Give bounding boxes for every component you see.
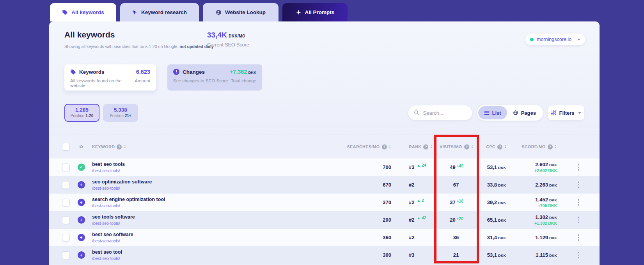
tab-label: Website Lookup	[225, 9, 266, 15]
prompts-icon	[296, 9, 302, 15]
tab-all-keywords[interactable]: All keywords	[50, 3, 116, 21]
keyword-url[interactable]: /best-seo-tools/	[92, 238, 300, 243]
search-icon	[414, 110, 419, 116]
filters-button[interactable]: Filters	[548, 105, 584, 120]
cpc-value: 53,1DKK	[479, 164, 514, 170]
help-icon[interactable]: ?	[423, 144, 428, 149]
status-icon[interactable]: +	[78, 251, 85, 259]
card-title: Keywords	[79, 69, 105, 75]
column-score[interactable]: SCORE/MO	[522, 144, 545, 149]
card-value: +7.362DKK	[230, 69, 256, 75]
seo-score-value: 33,4K	[207, 31, 227, 39]
currency-unit: DKK	[498, 166, 506, 170]
rank-value: #2	[391, 235, 434, 240]
globe-icon	[216, 9, 222, 15]
column-searches[interactable]: SEARCHES/MO	[347, 144, 380, 149]
sort-icon[interactable]: ▲▼	[504, 145, 507, 149]
keyword-text[interactable]: best seo tools	[92, 162, 300, 167]
column-visits[interactable]: VISITS/MO	[440, 144, 462, 149]
position-filter-group: 1.285 Position 1-20 5.338 Position 21+	[64, 104, 138, 122]
keyword-url[interactable]: /best-seo-tools/	[92, 203, 300, 208]
searches-value: 200	[300, 217, 391, 223]
help-icon[interactable]: ?	[548, 144, 553, 149]
keyword-url[interactable]: /best-seo-tools/	[92, 186, 300, 190]
keyword-text[interactable]: best seo tool	[92, 249, 300, 255]
status-icon[interactable]: ✓	[78, 164, 85, 171]
sort-icon[interactable]: ▲▼	[555, 145, 557, 149]
position-1-20-button[interactable]: 1.285 Position 1-20	[64, 104, 99, 122]
cpc-value: 39,2DKK	[479, 199, 514, 205]
view-pages-button[interactable]: Pages	[507, 106, 542, 119]
sort-icon[interactable]: ▲▼	[430, 145, 433, 149]
searches-value: 360	[300, 235, 391, 240]
kebab-menu-icon[interactable]	[576, 180, 581, 190]
tab-all-prompts[interactable]: All Prompts	[282, 3, 348, 21]
row-checkbox[interactable]	[62, 234, 70, 242]
kebab-menu-icon[interactable]	[576, 215, 581, 225]
tag-icon	[70, 69, 76, 75]
position-21-plus-button[interactable]: 5.338 Position 21+	[103, 104, 138, 122]
kebab-menu-icon[interactable]	[576, 197, 581, 207]
row-checkbox[interactable]	[62, 216, 70, 224]
status-dot	[530, 38, 534, 41]
score-change: +2.602 DKK	[514, 168, 557, 173]
cpc-value: 33,8DKK	[479, 182, 514, 188]
keyword-text[interactable]: best seo software	[92, 232, 300, 237]
score-value: 2.602DKK +2.602 DKK	[514, 162, 557, 173]
select-all-checkbox[interactable]	[62, 143, 70, 151]
visits-change: +18	[457, 199, 463, 203]
table-row[interactable]: + seo tools software /best-seo-tools/ 20…	[49, 211, 600, 229]
cpc-value: 31,4DKK	[479, 235, 514, 240]
cpc-value: 65,1DKK	[479, 217, 514, 223]
table-row[interactable]: ✓ best seo tools /best-seo-tools/ 700 #3…	[49, 158, 600, 176]
tab-keyword-research[interactable]: Keyword research	[120, 3, 199, 21]
sort-icon[interactable]: ▲▼	[124, 145, 126, 149]
page-subtitle: Showing all keywords with searches that …	[64, 44, 214, 49]
column-rank[interactable]: RANK	[409, 144, 421, 149]
kebab-menu-icon[interactable]	[576, 162, 581, 172]
sliders-icon	[551, 110, 556, 116]
help-icon[interactable]: ?	[497, 144, 502, 149]
site-selector[interactable]: morningscore.io	[525, 34, 585, 45]
keyword-text[interactable]: seo optimization software	[92, 179, 300, 185]
table-row[interactable]: + seo optimization software /best-seo-to…	[49, 176, 600, 194]
keyword-url[interactable]: /best-seo-tools/	[92, 168, 300, 173]
changes-card[interactable]: ! Changes +7.362DKK See changes to SEO S…	[167, 64, 262, 91]
column-cpc[interactable]: CPC	[486, 144, 495, 149]
keyword-text[interactable]: search engine optimization tool	[92, 197, 300, 202]
tab-website-lookup[interactable]: Website Lookup	[203, 3, 279, 21]
keyword-url[interactable]: /best-seo-tools/	[92, 256, 300, 261]
row-checkbox[interactable]	[62, 164, 70, 171]
score-value: 1.115DKK	[514, 252, 557, 258]
search-input[interactable]	[422, 110, 467, 116]
kebab-menu-icon[interactable]	[576, 250, 581, 260]
status-icon[interactable]: +	[78, 234, 85, 241]
help-icon[interactable]: ?	[382, 144, 387, 149]
table-row[interactable]: + best seo software /best-seo-tools/ 360…	[49, 229, 600, 246]
status-icon[interactable]: +	[78, 181, 85, 189]
keyword-text[interactable]: seo tools software	[92, 214, 300, 220]
help-icon[interactable]: ?	[117, 144, 122, 149]
help-icon[interactable]: ?	[464, 144, 469, 149]
currency-unit: DKK	[549, 183, 557, 187]
sort-icon[interactable]: ▲▼	[471, 145, 474, 149]
table-row[interactable]: + best seo tool /best-seo-tools/ 300 #3 …	[49, 246, 600, 264]
row-checkbox[interactable]	[62, 251, 70, 259]
row-checkbox[interactable]	[62, 199, 70, 206]
page-title: All keywords	[64, 30, 115, 39]
view-list-button[interactable]: List	[478, 106, 507, 119]
keywords-card[interactable]: Keywords 6.623 All keywords found on the…	[64, 64, 156, 91]
cpc-value: 53,1DKK	[479, 252, 514, 258]
status-icon[interactable]: +	[78, 199, 85, 206]
rank-value: #3	[391, 252, 434, 258]
kebab-menu-icon[interactable]	[576, 233, 581, 242]
column-keyword[interactable]: KEYWORD	[92, 144, 115, 149]
currency-unit: DKK	[549, 198, 557, 202]
currency-unit: DKK	[498, 201, 506, 205]
score-change: +1.302 DKK	[514, 221, 557, 226]
status-icon[interactable]: +	[78, 216, 85, 224]
row-checkbox[interactable]	[62, 181, 70, 189]
table-row[interactable]: + search engine optimization tool /best-…	[49, 194, 600, 211]
top-tab-bar: All keywords Keyword research Website Lo…	[50, 3, 348, 21]
keyword-url[interactable]: /best-seo-tools/	[92, 221, 300, 226]
